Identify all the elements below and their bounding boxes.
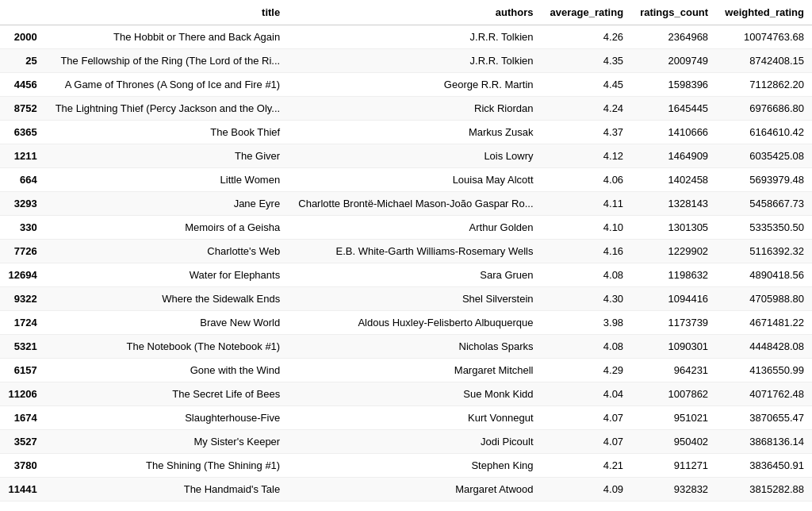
cell-title: Memoirs of a Geisha [45,216,288,240]
cell-average-rating: 3.98 [542,311,632,335]
cell-authors: Nicholas Sparks [288,335,541,359]
cell-average-rating: 4.29 [542,359,632,382]
table-body: 2000The Hobbit or There and Back AgainJ.… [0,25,812,501]
table-row: 330Memoirs of a GeishaArthur Golden4.101… [0,216,812,240]
cell-weighted-rating: 4448428.08 [716,335,812,359]
cell-authors: Kurt Vonnegut [288,406,541,430]
cell-weighted-rating: 4136550.99 [716,359,812,382]
cell-title: Gone with the Wind [45,359,288,382]
cell-ratings-count: 964231 [631,359,716,382]
cell-average-rating: 4.08 [542,335,632,359]
table-row: 7726Charlotte's WebE.B. White-Garth Will… [0,240,812,263]
cell-authors: Shel Silverstein [288,287,541,311]
table-row: 25The Fellowship of the Ring (The Lord o… [0,49,812,73]
cell-title: Charlotte's Web [45,240,288,263]
cell-average-rating: 4.10 [542,216,632,240]
cell-ratings-count: 1198632 [631,263,716,287]
cell-title: The Notebook (The Notebook #1) [45,335,288,359]
cell-weighted-rating: 4071762.48 [716,382,812,406]
cell-title: The Secret Life of Bees [45,382,288,406]
cell-title: The Shining (The Shining #1) [45,454,288,478]
cell-weighted-rating: 3836450.91 [716,454,812,478]
cell-weighted-rating: 6035425.08 [716,144,812,168]
cell-title: Where the Sidewalk Ends [45,287,288,311]
cell-ratings-count: 1094416 [631,287,716,311]
cell-average-rating: 4.11 [542,192,632,216]
cell-average-rating: 4.07 [542,406,632,430]
col-header-weighted-rating: weighted_rating [716,0,812,25]
cell-average-rating: 4.37 [542,121,632,144]
cell-id: 11206 [0,382,45,406]
cell-authors: Margaret Atwood [288,478,541,501]
cell-authors: Rick Riordan [288,97,541,121]
cell-id: 664 [0,168,45,192]
cell-average-rating: 4.06 [542,168,632,192]
cell-ratings-count: 1598396 [631,73,716,97]
cell-id: 8752 [0,97,45,121]
table-row: 664Little WomenLouisa May Alcott4.061402… [0,168,812,192]
cell-id: 330 [0,216,45,240]
cell-id: 11441 [0,478,45,501]
cell-id: 25 [0,49,45,73]
cell-average-rating: 4.26 [542,25,632,49]
cell-average-rating: 4.08 [542,263,632,287]
table-row: 5321The Notebook (The Notebook #1)Nichol… [0,335,812,359]
cell-id: 2000 [0,25,45,49]
cell-authors: Aldous Huxley-Felisberto Albuquerque [288,311,541,335]
table-row: 11206The Secret Life of BeesSue Monk Kid… [0,382,812,406]
cell-id: 9322 [0,287,45,311]
cell-weighted-rating: 4705988.80 [716,287,812,311]
cell-ratings-count: 1402458 [631,168,716,192]
cell-weighted-rating: 5116392.32 [716,240,812,263]
cell-average-rating: 4.09 [542,478,632,501]
cell-id: 7726 [0,240,45,263]
cell-title: Slaughterhouse-Five [45,406,288,430]
cell-ratings-count: 1328143 [631,192,716,216]
table-row: 9322Where the Sidewalk EndsShel Silverst… [0,287,812,311]
cell-average-rating: 4.45 [542,73,632,97]
cell-average-rating: 4.12 [542,144,632,168]
cell-id: 3527 [0,430,45,454]
cell-weighted-rating: 4890418.56 [716,263,812,287]
cell-id: 4456 [0,73,45,97]
cell-title: My Sister's Keeper [45,430,288,454]
cell-ratings-count: 2364968 [631,25,716,49]
cell-title: The Lightning Thief (Percy Jackson and t… [45,97,288,121]
cell-title: The Hobbit or There and Back Again [45,25,288,49]
cell-weighted-rating: 3870655.47 [716,406,812,430]
cell-title: Jane Eyre [45,192,288,216]
col-header-ratings-count: ratings_count [631,0,716,25]
table-row: 1724Brave New WorldAldous Huxley-Felisbe… [0,311,812,335]
cell-average-rating: 4.16 [542,240,632,263]
table-row: 11441The Handmaid's TaleMargaret Atwood4… [0,478,812,501]
cell-title: The Book Thief [45,121,288,144]
table-row: 3780The Shining (The Shining #1)Stephen … [0,454,812,478]
cell-ratings-count: 911271 [631,454,716,478]
cell-title: Little Women [45,168,288,192]
cell-id: 12694 [0,263,45,287]
cell-authors: Lois Lowry [288,144,541,168]
cell-authors: Sara Gruen [288,263,541,287]
cell-average-rating: 4.21 [542,454,632,478]
cell-authors: Margaret Mitchell [288,359,541,382]
cell-ratings-count: 951021 [631,406,716,430]
cell-authors: Sue Monk Kidd [288,382,541,406]
cell-weighted-rating: 5335350.50 [716,216,812,240]
col-header-average-rating: average_rating [542,0,632,25]
cell-authors: George R.R. Martin [288,73,541,97]
cell-title: The Fellowship of the Ring (The Lord of … [45,49,288,73]
cell-weighted-rating: 8742408.15 [716,49,812,73]
cell-ratings-count: 1173739 [631,311,716,335]
cell-authors: Louisa May Alcott [288,168,541,192]
cell-average-rating: 4.04 [542,382,632,406]
cell-authors: E.B. White-Garth Williams-Rosemary Wells [288,240,541,263]
cell-weighted-rating: 6976686.80 [716,97,812,121]
table-row: 4456A Game of Thrones (A Song of Ice and… [0,73,812,97]
cell-authors: Stephen King [288,454,541,478]
table-row: 1211The GiverLois Lowry4.121464909603542… [0,144,812,168]
cell-title: Water for Elephants [45,263,288,287]
table-row: 3293Jane EyreCharlotte Brontë-Michael Ma… [0,192,812,216]
cell-average-rating: 4.07 [542,430,632,454]
cell-authors: Markus Zusak [288,121,541,144]
cell-average-rating: 4.35 [542,49,632,73]
